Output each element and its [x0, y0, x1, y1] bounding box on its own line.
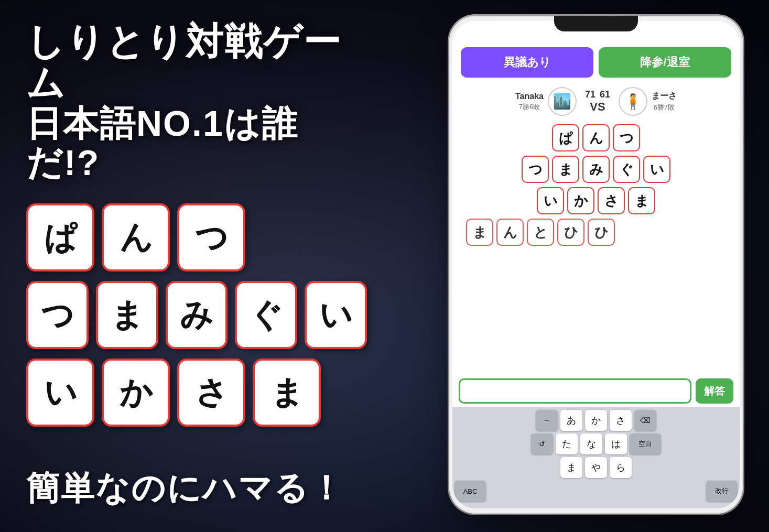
- score-left: 71: [585, 89, 595, 100]
- phone-shell: 異議あり 降参/退室 Tanaka 7勝6敗 🏙️ 71: [449, 16, 743, 514]
- small-tile-sa: さ: [598, 187, 625, 214]
- small-tile-n: ん: [582, 124, 610, 151]
- tagline: 簡単なのにハマる！: [26, 465, 344, 511]
- tile-i2: い: [26, 359, 94, 427]
- key-na[interactable]: な: [580, 433, 602, 454]
- input-area: 解答: [452, 375, 740, 407]
- small-tile-i: い: [643, 156, 670, 183]
- word-entry-1: ぱ ん つ: [461, 124, 731, 151]
- words-area: ぱ ん つ つ ま み ぐ い い か: [452, 120, 740, 375]
- keyboard-row-1: → あ か さ ⌫: [454, 410, 738, 431]
- keyboard-area: → あ か さ ⌫ ↺ た な は 空白: [452, 407, 740, 508]
- key-a[interactable]: あ: [560, 410, 582, 431]
- phone-screen: 異議あり 降参/退室 Tanaka 7勝6敗 🏙️ 71: [452, 21, 740, 508]
- small-tile-n2: ん: [496, 219, 524, 246]
- small-tile-gu: ぐ: [613, 156, 640, 183]
- key-sa[interactable]: さ: [610, 410, 632, 431]
- tile-tsu2: つ: [26, 281, 89, 349]
- avatar-right-icon: 🧍: [620, 88, 646, 115]
- small-tile-hi2: ひ: [588, 219, 615, 246]
- score-right: 61: [600, 89, 610, 100]
- score-display: 71 61: [585, 89, 610, 100]
- app-content: 異議あり 降参/退室 Tanaka 7勝6敗 🏙️ 71: [452, 21, 740, 508]
- left-panel: しりとり対戦ゲーム 日本語NO.1は誰だ!? ぱ ん つ つ ま み ぐ い い…: [0, 0, 393, 532]
- word-entry-3: い か さ ま: [461, 187, 731, 214]
- key-enter[interactable]: 改行: [706, 481, 738, 502]
- submit-button[interactable]: 解答: [696, 378, 733, 404]
- small-tile-tsu2: つ: [522, 156, 549, 183]
- player-right-record: 6勝7敗: [654, 103, 675, 112]
- small-tile-ma2: ま: [628, 187, 655, 214]
- title-line1: しりとり対戦ゲーム: [26, 21, 367, 104]
- phone-notch: [554, 16, 638, 31]
- tile-n: ん: [102, 203, 170, 272]
- word-row-1: ぱ ん つ: [26, 203, 367, 272]
- player-left-info: Tanaka 7勝6敗: [515, 92, 544, 112]
- small-tile-ka: か: [567, 187, 594, 214]
- player-left-name: Tanaka: [515, 92, 544, 101]
- small-tile-to: と: [527, 219, 554, 246]
- tile-tsu: つ: [177, 203, 245, 272]
- title-line2: 日本語NO.1は誰だ!?: [26, 104, 367, 182]
- phone-container: 異議あり 降参/退室 Tanaka 7勝6敗 🏙️ 71: [449, 16, 743, 514]
- tile-pa: ぱ: [26, 203, 94, 272]
- key-undo[interactable]: ↺: [531, 433, 553, 454]
- keyboard-row-4: ABC 改行: [454, 481, 738, 502]
- small-tile-mi: み: [582, 156, 610, 183]
- player-right-avatar: 🧍: [619, 87, 647, 116]
- word-entry-2: つ ま み ぐ い: [461, 156, 731, 183]
- tile-ma: ま: [96, 281, 158, 349]
- small-tile-tsu: つ: [613, 124, 640, 151]
- key-ma[interactable]: ま: [560, 457, 582, 478]
- keyboard-row-3: ま や ら: [454, 457, 738, 478]
- key-ha[interactable]: は: [605, 433, 627, 454]
- player-left-record: 7勝6敗: [519, 102, 540, 112]
- tile-mi: み: [166, 281, 228, 349]
- key-arrow[interactable]: →: [536, 410, 558, 431]
- small-tile-hi: ひ: [557, 219, 584, 246]
- avatar-left-icon: 🏙️: [549, 88, 576, 115]
- tile-i: い: [305, 281, 367, 349]
- tile-sa: さ: [177, 359, 245, 427]
- word-row-3: い か さ ま: [26, 359, 367, 427]
- player-right-name: まーさ: [652, 91, 677, 102]
- player-left-avatar: 🏙️: [548, 87, 577, 116]
- small-tile-ma: ま: [552, 156, 579, 183]
- key-space[interactable]: 空白: [630, 433, 661, 454]
- word-row-2: つ ま み ぐ い: [26, 281, 367, 349]
- tile-gu: ぐ: [235, 281, 297, 349]
- player-right-info: まーさ 6勝7敗: [652, 91, 677, 112]
- small-tile-pa: ぱ: [552, 124, 579, 151]
- key-delete[interactable]: ⌫: [634, 410, 656, 431]
- tile-ka: か: [102, 359, 170, 427]
- small-tile-ma3: ま: [466, 219, 493, 246]
- word-tiles-container: ぱ ん つ つ ま み ぐ い い か さ ま: [26, 203, 367, 427]
- vs-section: 71 61 VS: [585, 89, 610, 114]
- vs-label: VS: [590, 100, 605, 114]
- player-row: Tanaka 7勝6敗 🏙️ 71 61 VS 🧍: [452, 83, 740, 120]
- key-abc[interactable]: ABC: [454, 481, 486, 502]
- key-ka[interactable]: か: [585, 410, 607, 431]
- key-ra[interactable]: ら: [610, 457, 632, 478]
- small-tile-i2: い: [537, 187, 564, 214]
- key-ya[interactable]: や: [585, 457, 607, 478]
- word-entry-4: ま ん と ひ ひ: [461, 219, 731, 246]
- objection-button[interactable]: 異議あり: [461, 47, 593, 78]
- tile-ma2: ま: [253, 359, 321, 427]
- key-ta[interactable]: た: [556, 433, 578, 454]
- answer-input[interactable]: [459, 378, 691, 404]
- surrender-button[interactable]: 降参/退室: [599, 47, 731, 78]
- keyboard-row-2: ↺ た な は 空白: [454, 433, 738, 454]
